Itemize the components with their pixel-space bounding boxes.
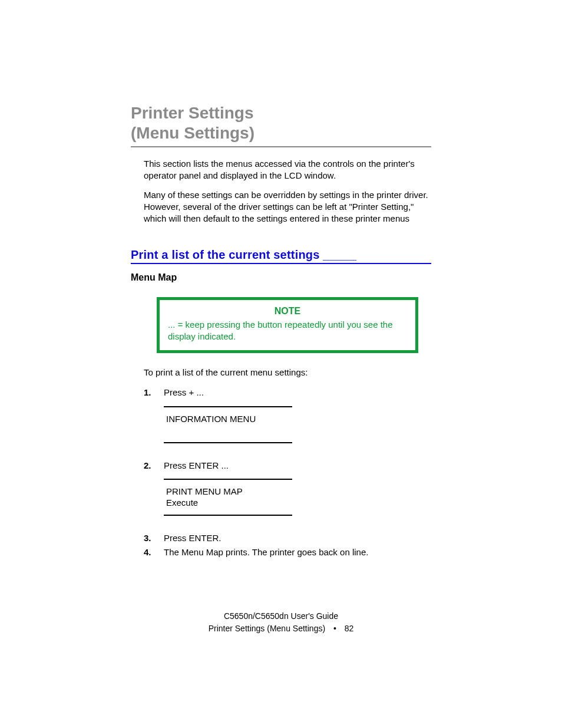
- note-body: ... = keep pressing the button repeatedl…: [168, 319, 407, 342]
- intro-paragraph-2: Many of these settings can be overridden…: [144, 189, 431, 225]
- note-label: NOTE: [168, 306, 407, 317]
- lcd-display: PRINT MENU MAP Execute: [164, 479, 292, 516]
- footer-guide-title: C5650n/C5650dn User's Guide: [0, 610, 562, 622]
- step-text: The Menu Map prints. The printer goes ba…: [164, 547, 368, 557]
- intro-paragraph-1: This section lists the menus accessed vi…: [144, 158, 431, 182]
- lcd-line: PRINT MENU MAP: [166, 486, 292, 498]
- step-number: 4.: [144, 546, 164, 558]
- lcd-line: INFORMATION MENU: [166, 413, 292, 425]
- title-line-2: (Menu Settings): [131, 124, 254, 142]
- note-box: NOTE ... = keep pressing the button repe…: [157, 297, 418, 353]
- lcd-line: Execute: [166, 497, 292, 509]
- footer-page-number: 82: [345, 624, 354, 633]
- lead-sentence: To print a list of the current menu sett…: [144, 367, 431, 377]
- section-rule: [131, 263, 431, 264]
- step-4: 4. The Menu Map prints. The printer goes…: [144, 546, 431, 558]
- page-footer: C5650n/C5650dn User's Guide Printer Sett…: [0, 610, 562, 635]
- step-number: 3.: [144, 532, 164, 544]
- step-2: 2. Press ENTER ... PRINT MENU MAP Execut…: [144, 460, 431, 530]
- step-number: 2.: [144, 460, 164, 530]
- step-number: 1.: [144, 387, 164, 457]
- step-3: 3. Press ENTER.: [144, 532, 431, 544]
- title-rule: [131, 146, 431, 147]
- footer-bullet: •: [328, 624, 342, 633]
- section-heading: Print a list of the current settings ___…: [131, 248, 431, 262]
- title-line-1: Printer Settings: [131, 104, 253, 122]
- step-text: Press ENTER ...: [164, 460, 229, 470]
- step-text: Press + ...: [164, 387, 204, 397]
- steps-list: 1. Press + ... INFORMATION MENU 2. Press…: [144, 387, 431, 558]
- subsection-heading: Menu Map: [131, 272, 431, 283]
- page-title: Printer Settings (Menu Settings): [131, 103, 431, 143]
- lcd-display: INFORMATION MENU: [164, 406, 292, 443]
- step-text: Press ENTER.: [164, 533, 222, 543]
- footer-section-name: Printer Settings (Menu Settings): [209, 624, 325, 633]
- step-1: 1. Press + ... INFORMATION MENU: [144, 387, 431, 457]
